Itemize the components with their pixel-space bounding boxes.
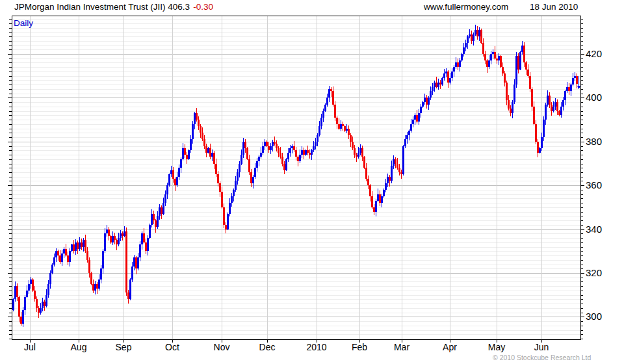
- candle-down: [153, 214, 155, 220]
- candle-down: [389, 177, 391, 181]
- y-axis-price-label: 320: [586, 267, 602, 278]
- candle-up: [260, 153, 262, 157]
- candle-up: [408, 131, 410, 135]
- candle-down: [274, 142, 276, 144]
- candle-up: [42, 302, 44, 308]
- candle-up: [385, 183, 387, 190]
- candle-down: [379, 194, 381, 203]
- candle-up: [490, 54, 492, 60]
- candle-up: [545, 105, 547, 120]
- y-axis-price-label: 360: [586, 179, 602, 190]
- candle-up: [451, 72, 453, 78]
- candle-down: [369, 185, 371, 196]
- candle-up: [262, 146, 264, 153]
- candle-up: [53, 257, 55, 264]
- candle-down: [480, 30, 482, 43]
- candle-up: [324, 105, 326, 111]
- candle-up: [22, 310, 24, 323]
- candle-down: [34, 291, 36, 299]
- candle-down: [209, 148, 211, 157]
- candle-down: [365, 168, 367, 179]
- candle-down: [309, 153, 311, 155]
- candle-down: [426, 98, 428, 104]
- candle-down: [84, 240, 86, 251]
- candle-down: [506, 83, 508, 100]
- candle-down: [476, 30, 478, 36]
- candle-up: [190, 139, 192, 150]
- candle-up: [322, 111, 324, 118]
- candle-up: [474, 30, 476, 34]
- candle-down: [510, 109, 512, 113]
- candle-up: [328, 89, 330, 98]
- candle-down: [529, 76, 531, 89]
- candle-down: [280, 153, 281, 157]
- candle-up: [515, 56, 517, 84]
- candle-down: [361, 148, 363, 157]
- candle-up: [391, 166, 393, 181]
- candle-down: [350, 135, 352, 142]
- candle-down: [221, 192, 223, 207]
- candle-up: [272, 142, 274, 146]
- candle-up: [180, 159, 182, 168]
- candle-up: [449, 78, 451, 83]
- candle-up: [24, 297, 26, 310]
- candle-up: [194, 113, 196, 124]
- candle-down: [344, 126, 346, 131]
- candle-up: [120, 233, 122, 238]
- candle-up: [285, 159, 287, 170]
- candle-down: [108, 229, 110, 236]
- candle-up: [233, 190, 235, 196]
- candle-down: [373, 207, 375, 212]
- candle-up: [305, 150, 307, 155]
- candle-up: [104, 233, 106, 251]
- candle-up: [151, 214, 153, 225]
- candle-up: [359, 148, 361, 153]
- candle-down: [44, 302, 46, 306]
- candle-up: [242, 142, 244, 155]
- candle-down: [303, 150, 305, 155]
- candle-up: [562, 100, 564, 107]
- candle-down: [215, 164, 217, 175]
- axes-and-ticks: [8, 16, 584, 343]
- candle-up: [574, 76, 576, 78]
- candle-up: [539, 148, 541, 153]
- chart-title: JPMorgan Indian Investment Trust (JII) 4…: [14, 2, 213, 12]
- candle-up: [430, 91, 432, 98]
- candle-down: [533, 107, 535, 124]
- candle-down: [416, 115, 418, 122]
- candle-down: [334, 105, 336, 118]
- candle-up: [566, 87, 568, 92]
- candle-down: [484, 54, 486, 60]
- candle-down: [332, 91, 334, 104]
- candle-up: [467, 36, 469, 43]
- candle-up: [178, 168, 180, 176]
- candle-down: [447, 72, 449, 83]
- fullermoney-site-link[interactable]: www.fullermoney.com: [424, 2, 508, 12]
- x-axis-month-label: 2010: [306, 342, 326, 352]
- candle-down: [439, 83, 441, 84]
- candle-down: [184, 148, 186, 155]
- candle-down: [16, 286, 18, 297]
- candle-down: [174, 179, 176, 185]
- candle-down: [278, 148, 280, 153]
- candle-down: [122, 233, 124, 235]
- candle-up: [192, 124, 194, 140]
- candle-up: [40, 308, 42, 313]
- candle-up: [69, 251, 71, 262]
- candle-up: [227, 214, 229, 229]
- last-price-arrow-head: [577, 86, 580, 89]
- candle-down: [496, 58, 498, 60]
- candle-up: [14, 286, 16, 299]
- candle-up: [168, 174, 170, 185]
- candle-up: [51, 265, 53, 273]
- candle-up: [240, 155, 242, 163]
- candle-down: [36, 299, 38, 307]
- candle-up: [46, 295, 47, 306]
- candle-down: [57, 251, 59, 255]
- candle-up: [410, 124, 412, 131]
- candle-up: [311, 150, 313, 155]
- x-axis-month-label: Nov: [214, 342, 230, 352]
- candle-down: [86, 251, 88, 259]
- candle-up: [478, 30, 480, 36]
- x-axis-month-label: May: [488, 342, 505, 352]
